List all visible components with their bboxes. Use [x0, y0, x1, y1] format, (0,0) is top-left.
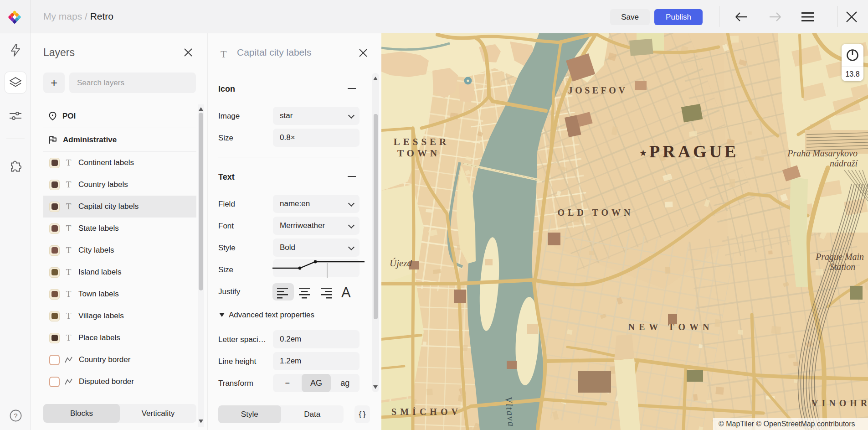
svg-text:SMÍCHOV: SMÍCHOV — [391, 407, 462, 417]
svg-text:VINOHRADY: VINOHRADY — [812, 398, 868, 408]
svg-text:TOWN: TOWN — [397, 148, 440, 159]
svg-text:OLD TOWN: OLD TOWN — [558, 207, 634, 218]
svg-text:★: ★ — [639, 148, 647, 158]
svg-text:JOSEFOV: JOSEFOV — [568, 85, 628, 95]
svg-text:PRAGUE: PRAGUE — [649, 142, 739, 161]
svg-text:NEW TOWN: NEW TOWN — [628, 322, 713, 332]
svg-text:Praha Masarykovo: Praha Masarykovo — [787, 148, 858, 159]
svg-text:Prague Main: Prague Main — [815, 252, 864, 262]
svg-text:Újezd: Újezd — [390, 258, 412, 269]
svg-text:?: ? — [14, 412, 17, 420]
svg-text:nádraží: nádraží — [830, 158, 859, 168]
svg-text:Station: Station — [830, 262, 856, 272]
svg-text:LESSER: LESSER — [394, 136, 450, 147]
